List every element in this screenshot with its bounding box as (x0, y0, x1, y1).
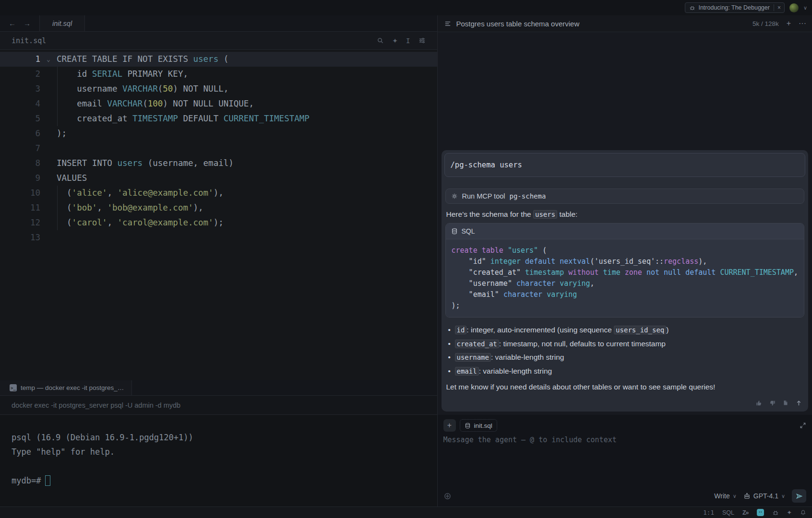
debugger-icon[interactable] (772, 509, 779, 516)
text-cursor-icon[interactable]: I (406, 37, 410, 45)
search-icon[interactable] (377, 37, 384, 44)
editor-line[interactable]: 8INSERT INTO users (username, email) (0, 156, 437, 171)
debugger-announcement-badge[interactable]: Introducing: The Debugger × (685, 2, 785, 13)
editor-line[interactable]: 6); (0, 126, 437, 141)
close-icon[interactable]: × (774, 4, 784, 11)
code-block-body[interactable]: create table "users" ( "id" integer defa… (446, 239, 804, 317)
assistant-sparkle-icon[interactable]: ✦ (787, 509, 792, 516)
editor-line[interactable]: 4 email VARCHAR(100) NOT NULL UNIQUE, (0, 96, 437, 111)
text-segment: ( (218, 54, 228, 64)
text-segment: DEFAULT (178, 114, 224, 123)
text-segment (599, 268, 603, 277)
chevron-down-icon[interactable]: ∨ (803, 5, 807, 11)
context-chip-init-sql[interactable]: init.sql (460, 419, 497, 432)
mode-selector[interactable]: Write ∨ (714, 492, 736, 500)
fold-gutter (40, 171, 57, 186)
text-segment: SERIAL (92, 69, 122, 79)
copy-message-icon[interactable] (782, 400, 789, 407)
editor-line[interactable]: 2 id SERIAL PRIMARY KEY, (0, 67, 437, 82)
expand-composer-icon[interactable] (800, 422, 806, 429)
text-segment: VARCHAR (122, 84, 158, 94)
terminal-tab[interactable]: >_ temp — docker exec -it postgres_… (0, 380, 132, 395)
fold-gutter (40, 200, 57, 215)
code-block-language: SQL (462, 227, 475, 235)
text-segment: character (503, 290, 542, 299)
text-segment (642, 268, 646, 277)
text-segment: created_at (57, 114, 132, 123)
copilot-icon[interactable] (757, 509, 764, 516)
text-segment: ); (57, 129, 67, 138)
add-context-button[interactable]: + (443, 419, 456, 432)
text-segment: ) NOT NULL UNIQUE, (163, 99, 254, 108)
new-thread-button[interactable]: + (787, 20, 791, 27)
user-message[interactable]: /pg-schema users (444, 153, 806, 177)
text-segment: ); (214, 218, 224, 227)
scroll-to-top-icon[interactable] (795, 400, 802, 407)
terminal-command-bar: docker exec -it postgres_server psql -U … (0, 396, 437, 415)
line-number: 1 (0, 52, 40, 67)
thumbs-down-icon[interactable] (769, 400, 776, 407)
nav-forward-button[interactable]: → (24, 19, 31, 27)
text-segment: ), (698, 257, 707, 266)
text-segment: ( (158, 84, 163, 94)
inline-assist-icon[interactable]: ✦ (392, 37, 398, 45)
message-input[interactable] (443, 436, 807, 489)
chevron-down-icon: ∨ (733, 493, 737, 499)
more-menu-button[interactable]: ··· (799, 20, 806, 27)
text-segment: ( (57, 203, 72, 212)
fold-chevron-icon[interactable]: ⌄ (40, 52, 57, 67)
assistant-outro-text: Let me know if you need details about ot… (444, 381, 806, 393)
avatar[interactable] (789, 3, 799, 12)
terminal-command: docker exec -it postgres_server psql -U … (12, 401, 180, 409)
inline-code: username (455, 353, 491, 362)
editor-line[interactable]: 11 ('bob', 'bob@example.com'), (0, 200, 437, 215)
editor-line[interactable]: 7 (0, 141, 437, 156)
thumbs-up-icon[interactable] (755, 400, 763, 407)
fold-gutter (40, 96, 57, 111)
breadcrumb[interactable]: init.sql (12, 36, 46, 45)
sql-code-line: "username" character varying, (452, 278, 799, 289)
text-segment: ( (57, 188, 72, 198)
breadcrumb-bar: init.sql ✦ I (0, 32, 437, 50)
cursor-position[interactable]: 1:1 (703, 509, 714, 516)
line-number: 12 (0, 215, 40, 230)
editor-settings-icon[interactable] (418, 37, 426, 44)
schema-bullet: •email: variable-length string (446, 365, 804, 378)
send-button[interactable] (792, 489, 806, 503)
editor-line[interactable]: 13 (0, 230, 437, 245)
language-indicator[interactable]: SQL (722, 509, 734, 516)
notification-bell-icon[interactable] (800, 509, 806, 516)
text-segment: null (664, 268, 681, 277)
text-segment (564, 268, 568, 277)
text-segment (659, 268, 664, 277)
text-segment: default (685, 268, 716, 277)
text-segment: ), (214, 188, 224, 198)
text-segment: , (590, 279, 595, 288)
sql-code-block: SQL create table "users" ( "id" integer … (445, 223, 805, 318)
fold-gutter (40, 230, 57, 245)
tool-call-chip[interactable]: Run MCP tool pg-schema (445, 188, 805, 204)
model-label: GPT-4.1 (753, 492, 778, 500)
text-segment (681, 268, 685, 277)
editor-line[interactable]: 10 ('alice', 'alice@example.com'), (0, 186, 437, 200)
mode-label: Write (714, 492, 729, 500)
editor-line[interactable]: 5 created_at TIMESTAMP DEFAULT CURRENT_T… (0, 111, 437, 126)
agent-panel-header: Postgres users table schema overview 5k … (438, 15, 812, 32)
zed-channel-icon[interactable]: Z» (742, 509, 749, 516)
chevron-down-icon: ∨ (781, 493, 785, 499)
tab-init-sql[interactable]: init.sql (40, 15, 85, 31)
editor-line[interactable]: 9VALUES (0, 171, 437, 186)
text-segment: default (525, 257, 555, 266)
text-segment: nextval (560, 257, 590, 266)
code-block-header[interactable]: SQL (446, 224, 804, 239)
nav-back-button[interactable]: ← (9, 19, 16, 27)
editor-line[interactable]: 3 username VARCHAR(50) NOT NULL, (0, 82, 437, 96)
code-editor[interactable]: 1⌄CREATE TABLE IF NOT EXISTS users (2 id… (0, 50, 437, 380)
editor-line[interactable]: 12 ('carol', 'carol@example.com'); (0, 215, 437, 230)
editor-line[interactable]: 1⌄CREATE TABLE IF NOT EXISTS users ( (0, 52, 437, 67)
thread-list-icon[interactable] (444, 20, 452, 27)
model-selector[interactable]: GPT-4.1 ∨ (743, 492, 785, 500)
burn-mode-icon[interactable] (443, 492, 452, 500)
text-segment: , (794, 268, 798, 277)
terminal-output[interactable]: psql (16.9 (Debian 16.9-1.pgdg120+1)) Ty… (0, 415, 437, 506)
